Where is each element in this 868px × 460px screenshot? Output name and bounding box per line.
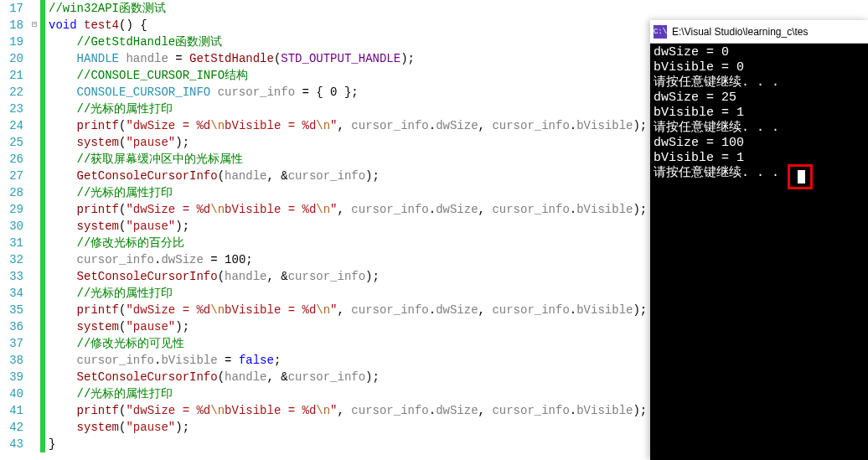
fold-cell[interactable] (28, 0, 40, 17)
fold-cell[interactable] (28, 385, 40, 402)
console-line: 请按任意键继续. . . (654, 121, 865, 136)
fold-cell[interactable] (28, 168, 40, 184)
fold-cell[interactable] (28, 67, 40, 84)
fold-cell[interactable] (28, 402, 40, 419)
console-line: bVisible = 1 (654, 151, 865, 166)
fold-cell[interactable] (28, 84, 40, 101)
fold-cell[interactable] (28, 268, 40, 285)
fold-cell[interactable] (28, 117, 40, 134)
fold-cell[interactable] (28, 369, 40, 385)
console-icon-label: C:\ (654, 28, 667, 36)
line-number: 26 (0, 151, 23, 168)
console-line: dwSize = 100 (654, 136, 865, 151)
line-number: 29 (0, 201, 23, 218)
fold-cell[interactable] (28, 218, 40, 235)
console-line: bVisible = 0 (654, 60, 865, 75)
line-number: 40 (0, 385, 23, 402)
console-line: bVisible = 1 (654, 106, 865, 121)
line-number: 35 (0, 302, 23, 318)
fold-cell[interactable]: ⊟ (28, 17, 40, 34)
fold-cell[interactable] (28, 134, 40, 151)
line-number: 34 (0, 285, 23, 302)
fold-cell[interactable] (28, 34, 40, 50)
console-icon: C:\ (654, 25, 667, 39)
line-number: 42 (0, 419, 23, 436)
line-number: 19 (0, 34, 23, 50)
line-number: 17 (0, 0, 23, 17)
line-number: 41 (0, 402, 23, 419)
line-number: 36 (0, 318, 23, 335)
line-number: 24 (0, 117, 23, 134)
fold-cell[interactable] (28, 50, 40, 67)
line-number: 27 (0, 168, 23, 184)
fold-cell[interactable] (28, 318, 40, 335)
console-title: E:\Visual Studio\learning_c\tes (672, 26, 809, 38)
fold-cell[interactable] (28, 251, 40, 268)
fold-cell[interactable] (28, 285, 40, 302)
fold-cell[interactable] (28, 101, 40, 117)
line-number: 43 (0, 436, 23, 452)
line-number: 33 (0, 268, 23, 285)
line-number: 28 (0, 184, 23, 201)
line-number-gutter: 1718192021222324252627282930313233343536… (0, 0, 28, 460)
code-line[interactable]: //win32API函数测试 (45, 0, 868, 17)
console-line: 请按任意键继续. . . (654, 166, 865, 181)
fold-cell[interactable] (28, 201, 40, 218)
line-number: 38 (0, 352, 23, 369)
console-window[interactable]: C:\ E:\Visual Studio\learning_c\tes dwSi… (650, 20, 868, 460)
fold-cell[interactable] (28, 419, 40, 436)
fold-cell[interactable] (28, 335, 40, 352)
console-body[interactable]: dwSize = 0bVisible = 0请按任意键继续. . .dwSize… (650, 44, 868, 460)
console-line: 请按任意键继续. . . (654, 75, 865, 90)
block-cursor (798, 170, 805, 183)
line-number: 37 (0, 335, 23, 352)
console-line: dwSize = 25 (654, 90, 865, 106)
fold-cell[interactable] (28, 235, 40, 251)
fold-cell[interactable] (28, 184, 40, 201)
line-number: 30 (0, 218, 23, 235)
line-number: 23 (0, 101, 23, 117)
line-number: 18 (0, 17, 23, 34)
line-number: 22 (0, 84, 23, 101)
line-number: 39 (0, 369, 23, 385)
fold-cell[interactable] (28, 302, 40, 318)
line-number: 21 (0, 67, 23, 84)
fold-column[interactable]: ⊟ (28, 0, 40, 460)
console-line: dwSize = 0 (654, 45, 865, 60)
line-number: 31 (0, 235, 23, 251)
fold-cell[interactable] (28, 352, 40, 369)
fold-cell[interactable] (28, 436, 40, 452)
console-titlebar[interactable]: C:\ E:\Visual Studio\learning_c\tes (650, 20, 868, 44)
fold-cell[interactable] (28, 151, 40, 168)
cursor-highlight-box (788, 164, 813, 189)
line-number: 20 (0, 50, 23, 67)
line-number: 25 (0, 134, 23, 151)
line-number: 32 (0, 251, 23, 268)
